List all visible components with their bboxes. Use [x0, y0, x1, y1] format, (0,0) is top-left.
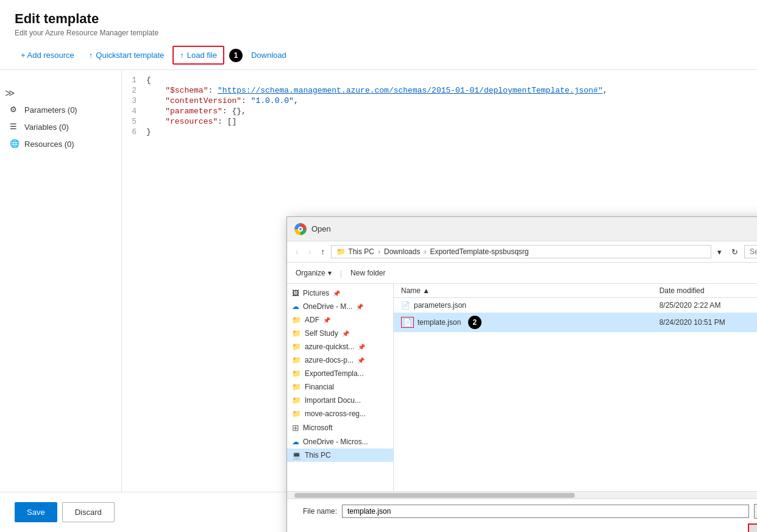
add-resource-button[interactable]: + Add resource [15, 47, 80, 63]
folder-item-azure-docs[interactable]: 📁 azure-docs-p... 📌 [287, 353, 393, 367]
breadcrumb-folder-icon: 📁 [336, 247, 346, 256]
new-folder-button[interactable]: New folder [347, 267, 389, 279]
folder-item-azure-quickst[interactable]: 📁 azure-quickst... 📌 [287, 340, 393, 353]
up-button[interactable]: ↑ [317, 245, 329, 258]
page-subtitle: Edit your Azure Resource Manager templat… [15, 29, 742, 37]
open-dialog: Open ✕ ‹ › ↑ 📁 This PC › Downloads › [286, 216, 757, 532]
folder-item-financial[interactable]: 📁 Financial [287, 380, 393, 394]
organize-button[interactable]: Organize ▾ [292, 267, 335, 279]
dialog-title: Open [294, 223, 331, 235]
column-date[interactable]: Date modified [652, 284, 757, 298]
file-row-template[interactable]: 📄 template.json 2 8/24/2020 10:51 PM [394, 313, 757, 332]
dialog-toolbar: Organize ▾ | New folder ⊞ ≡ ▾ □ ? [287, 263, 757, 284]
open-button[interactable]: Open [748, 523, 757, 532]
folder-yellow-icon: 📁 [292, 329, 301, 338]
page-title: Edit template [15, 11, 742, 27]
file-icon-parameters: 📄 parameters.json [401, 301, 466, 310]
file-name-input[interactable] [342, 505, 749, 518]
onedrive-icon: ☁ [292, 302, 299, 311]
dialog-nav: ‹ › ↑ 📁 This PC › Downloads › ExportedTe… [287, 241, 757, 263]
file-name-row: File name: All Files (*.*) [294, 504, 757, 519]
folder-yellow-icon: 📁 [292, 316, 301, 324]
folder-yellow-icon: 📁 [292, 342, 301, 351]
step2-badge: 2 [468, 316, 482, 329]
folder-item-important[interactable]: 📁 Important Docu... [287, 394, 393, 407]
breadcrumb-exported: ExportedTemplate-spsbusqsrg [430, 247, 528, 256]
folder-yellow-icon: 📁 [292, 383, 301, 391]
dialog-content: 🖼 Pictures 📌 ☁ OneDrive - M... 📌 📁 ADF [287, 284, 757, 491]
code-line-5: 5 "resources": [] [122, 116, 757, 127]
pin-icon: 📌 [358, 344, 365, 350]
main-content: ≫ ⚙ Parameters (0) ☰ Variables (0) 🌐 Res… [0, 70, 757, 492]
column-name[interactable]: Name ▲ [394, 284, 652, 298]
toolbar: + Add resource ↑ Quickstart template ↑ L… [0, 41, 757, 70]
code-line-1: 1 { [122, 75, 757, 85]
back-button[interactable]: ‹ [292, 245, 302, 258]
folder-item-onedrive[interactable]: ☁ OneDrive - M... 📌 [287, 300, 393, 313]
breadcrumb-downloads: Downloads [384, 247, 420, 256]
file-type-select[interactable]: All Files (*.*) [754, 504, 757, 519]
dialog-buttons: Open ▾ 3 Cancel [294, 523, 757, 532]
file-name-label: File name: [294, 507, 337, 516]
refresh-button[interactable]: ↻ [728, 246, 742, 258]
horizontal-scrollbar[interactable] [287, 491, 757, 498]
folder-yellow-icon: 📁 [292, 396, 301, 405]
dialog-footer: File name: All Files (*.*) Open ▾ 3 Canc… [287, 498, 757, 532]
discard-button[interactable]: Discard [62, 502, 115, 522]
quickstart-template-button[interactable]: ↑ Quickstart template [83, 47, 171, 63]
folder-item-adf[interactable]: 📁 ADF 📌 [287, 313, 393, 327]
file-icon-template: 📄 template.json [401, 317, 461, 328]
folder-item-exported[interactable]: 📁 ExportedTempla... [287, 367, 393, 380]
folder-yellow-icon: 📁 [292, 356, 301, 364]
load-file-button[interactable]: ↑ Load file [172, 46, 224, 65]
folder-icon: 🖼 [292, 289, 299, 297]
code-line-3: 3 "contentVersion": "1.0.0.0", [122, 96, 757, 106]
upload-icon: ↑ [89, 51, 93, 60]
file-panel: Name ▲ Date modified [394, 284, 757, 491]
folder-item-microsoft[interactable]: ⊞ Microsoft [287, 420, 393, 435]
folder-item-pictures[interactable]: 🖼 Pictures 📌 [287, 286, 393, 300]
open-button-group: Open ▾ [748, 523, 757, 532]
list-icon: ☰ [10, 122, 20, 132]
file-table: Name ▲ Date modified [394, 284, 757, 332]
onedrive-icon: ☁ [292, 438, 299, 446]
folder-panel: 🖼 Pictures 📌 ☁ OneDrive - M... 📌 📁 ADF [287, 284, 394, 491]
code-line-2: 2 "$schema": "https://schema.management.… [122, 85, 757, 96]
step1-badge: 1 [229, 49, 243, 62]
code-block: 1 { 2 "$schema": "https://schema.managem… [122, 70, 757, 142]
code-line-6: 6 } [122, 127, 757, 137]
collapse-sidebar-button[interactable]: ≫ [0, 85, 20, 101]
folder-item-move[interactable]: 📁 move-across-reg... [287, 407, 393, 420]
folder-yellow-icon: 📁 [292, 410, 301, 418]
chrome-icon [294, 223, 307, 235]
microsoft-icon: ⊞ [292, 423, 299, 433]
page-header: Edit template Edit your Azure Resource M… [0, 0, 757, 41]
pin-icon: 📌 [342, 330, 349, 337]
scrollbar-thumb [294, 493, 575, 498]
pin-icon: 📌 [323, 317, 330, 324]
editor-container: 1 { 2 "$schema": "https://schema.managem… [122, 70, 757, 492]
sidebar-item-resources[interactable]: 🌐 Resources (0) [0, 135, 121, 152]
code-line-4: 4 "parameters": {}, [122, 106, 757, 116]
search-input[interactable] [744, 245, 757, 258]
pin-icon: 📌 [356, 303, 363, 310]
sidebar: ≫ ⚙ Parameters (0) ☰ Variables (0) 🌐 Res… [0, 70, 122, 492]
save-button[interactable]: Save [15, 502, 57, 522]
breadcrumb-bar[interactable]: 📁 This PC › Downloads › ExportedTemplate… [331, 245, 711, 258]
sidebar-item-variables[interactable]: ☰ Variables (0) [0, 118, 121, 135]
dialog-titlebar: Open ✕ [287, 217, 757, 241]
code-editor: 1 { 2 "$schema": "https://schema.managem… [122, 70, 757, 142]
forward-button[interactable]: › [305, 245, 315, 258]
breadcrumb-dropdown-button[interactable]: ▾ [714, 246, 725, 258]
folder-item-thispc[interactable]: 💻 This PC [287, 449, 393, 462]
download-button[interactable]: Download [245, 47, 293, 63]
file-row-parameters[interactable]: 📄 parameters.json 8/25/2020 2:22 AM [394, 298, 757, 313]
thispc-icon: 💻 [292, 451, 301, 459]
sidebar-item-parameters[interactable]: ⚙ Parameters (0) [0, 101, 121, 118]
folder-yellow-icon: 📁 [292, 369, 301, 378]
folder-item-selfstudy[interactable]: 📁 Self Study 📌 [287, 327, 393, 340]
folder-item-onedrive-ms[interactable]: ☁ OneDrive - Micros... [287, 435, 393, 449]
gear-icon: ⚙ [10, 105, 20, 115]
breadcrumb-thispc: This PC [348, 247, 374, 256]
pin-icon: 📌 [333, 290, 340, 297]
